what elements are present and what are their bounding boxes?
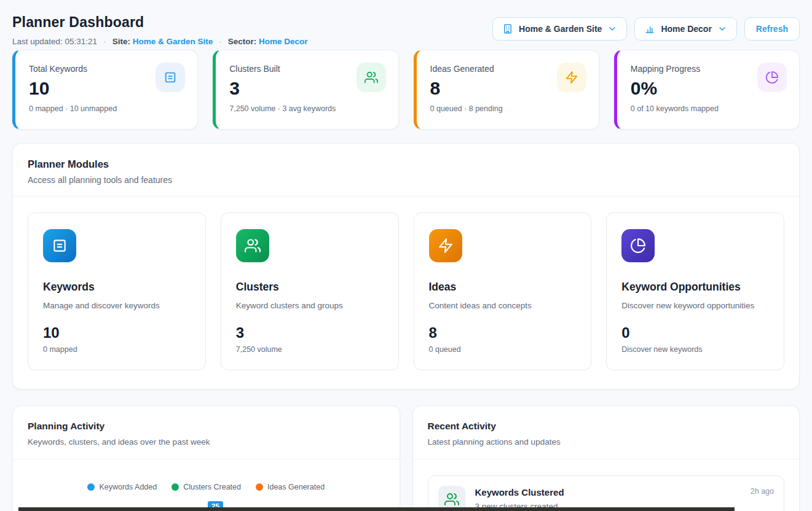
meta-separator: ·	[103, 37, 106, 46]
planner-modules-section: Planner Modules Access all planning tool…	[12, 143, 800, 389]
chevron-down-icon	[607, 24, 617, 34]
planning-activity-card: Planning Activity Keywords, clusters, an…	[12, 405, 400, 511]
module-subtext: Discover new keywords	[621, 345, 769, 354]
lightning-icon	[557, 63, 586, 92]
module-title: Clusters	[236, 281, 384, 294]
users-icon	[357, 63, 386, 92]
stats-row: Total Keywords 10 0 mapped · 10 unmapped…	[12, 50, 800, 130]
last-updated-text: Last updated: 05:31:21	[12, 37, 97, 46]
pie-chart-icon	[757, 63, 787, 92]
module-subtext: 0 queued	[429, 345, 577, 354]
building-icon	[502, 23, 513, 34]
module-card-ideas[interactable]: Ideas Content ideas and concepts 8 0 que…	[414, 213, 592, 370]
module-card-keywords[interactable]: Keywords Manage and discover keywords 10…	[28, 213, 206, 370]
chart-subtitle: Keywords, clusters, and ideas over the p…	[28, 437, 385, 447]
activity-item-timestamp: 2h ago	[751, 487, 774, 496]
module-value: 8	[429, 324, 577, 341]
legend-dot-blue	[87, 483, 95, 491]
header-left: Planner Dashboard Last updated: 05:31:21…	[12, 14, 308, 46]
page-header: Planner Dashboard Last updated: 05:31:21…	[12, 0, 800, 46]
document-icon	[43, 229, 76, 262]
page-title: Planner Dashboard	[12, 14, 308, 31]
site-link[interactable]: Home & Garden Site	[133, 37, 213, 46]
chart-title: Planning Activity	[28, 421, 385, 432]
stat-subtext: 7,250 volume · 3 avg keywords	[229, 104, 384, 113]
activity-item-keywords-clustered[interactable]: Keywords Clustered 2h ago 3 new clusters…	[428, 475, 785, 511]
legend-label: Ideas Generated	[267, 483, 325, 491]
activity-item-top: Keywords Clustered 2h ago	[475, 487, 775, 497]
module-card-keyword-opportunities[interactable]: Keyword Opportunities Discover new keywo…	[606, 213, 784, 370]
stat-card-ideas-generated[interactable]: Ideas Generated 8 0 queued · 8 pending	[414, 50, 599, 130]
sector-selector-label: Home Decor	[661, 24, 711, 34]
stat-subtext: 0 of 10 keywords mapped	[631, 104, 786, 113]
site-meta: Site: Home & Garden Site	[112, 37, 213, 46]
section-title: Planner Modules	[28, 158, 784, 170]
activity-item-title: Keywords Clustered	[475, 487, 564, 497]
sector-meta: Sector: Home Decor	[228, 37, 308, 46]
module-title: Ideas	[429, 281, 577, 294]
module-value: 0	[621, 324, 769, 341]
module-title: Keyword Opportunities	[621, 281, 769, 294]
legend-item-keywords-added[interactable]: Keywords Added	[87, 483, 157, 491]
stat-subtext: 0 mapped · 10 unmapped	[29, 104, 184, 113]
chart-legend: Keywords Added Clusters Created Ideas Ge…	[13, 483, 400, 491]
refresh-button[interactable]: Refresh	[744, 17, 800, 41]
module-description: Manage and discover keywords	[43, 301, 191, 310]
planner-dashboard-page: Planner Dashboard Last updated: 05:31:21…	[0, 0, 812, 511]
chevron-down-icon	[717, 24, 727, 34]
bar-chart-icon	[644, 23, 655, 34]
module-title: Keywords	[43, 281, 191, 294]
users-icon	[236, 229, 269, 262]
module-value: 3	[236, 324, 384, 341]
legend-dot-orange	[256, 483, 263, 491]
recent-subtitle: Latest planning actions and updates	[428, 437, 785, 447]
sector-link[interactable]: Home Decor	[259, 37, 308, 46]
bottom-edge-element	[18, 507, 735, 511]
module-subtext: 0 mapped	[43, 345, 191, 354]
section-header: Planner Modules Access all planning tool…	[13, 144, 799, 196]
stat-card-total-keywords[interactable]: Total Keywords 10 0 mapped · 10 unmapped	[12, 50, 198, 130]
module-description: Content ideas and concepts	[429, 301, 577, 310]
module-card-clusters[interactable]: Clusters Keyword clusters and groups 3 7…	[221, 213, 399, 370]
modules-grid: Keywords Manage and discover keywords 10…	[13, 197, 799, 389]
header-meta: Last updated: 05:31:21 · Site: Home & Ga…	[12, 37, 308, 46]
recent-title: Recent Activity	[428, 421, 785, 432]
recent-card-header: Recent Activity Latest planning actions …	[413, 406, 800, 459]
site-selector-dropdown[interactable]: Home & Garden Site	[492, 17, 627, 41]
card-divider	[413, 459, 800, 459]
chart-card-header: Planning Activity Keywords, clusters, an…	[13, 406, 400, 459]
document-icon	[156, 63, 185, 92]
header-controls: Home & Garden Site Home Decor Refresh	[492, 17, 800, 41]
recent-activity-card: Recent Activity Latest planning actions …	[412, 405, 800, 511]
legend-label: Keywords Added	[99, 483, 157, 491]
site-selector-label: Home & Garden Site	[519, 24, 602, 34]
module-value: 10	[43, 324, 191, 341]
pie-chart-icon	[621, 229, 655, 262]
module-description: Discover new keyword opportunities	[621, 301, 769, 310]
legend-dot-green	[171, 483, 179, 491]
legend-label: Clusters Created	[183, 483, 241, 491]
card-divider	[13, 459, 400, 459]
sector-selector-dropdown[interactable]: Home Decor	[634, 17, 736, 41]
module-description: Keyword clusters and groups	[236, 301, 384, 310]
bottom-row: Planning Activity Keywords, clusters, an…	[12, 405, 800, 511]
stat-card-mapping-progress[interactable]: Mapping Progress 0% 0 of 10 keywords map…	[614, 50, 800, 130]
meta-separator: ·	[219, 37, 222, 46]
section-subtitle: Access all planning tools and features	[28, 175, 784, 185]
stat-subtext: 0 queued · 8 pending	[430, 104, 585, 113]
lightning-icon	[429, 229, 462, 262]
module-subtext: 7,250 volume	[236, 345, 384, 354]
legend-item-ideas-generated[interactable]: Ideas Generated	[256, 483, 325, 491]
legend-item-clusters-created[interactable]: Clusters Created	[171, 483, 241, 491]
stat-card-clusters-built[interactable]: Clusters Built 3 7,250 volume · 3 avg ke…	[213, 50, 398, 130]
